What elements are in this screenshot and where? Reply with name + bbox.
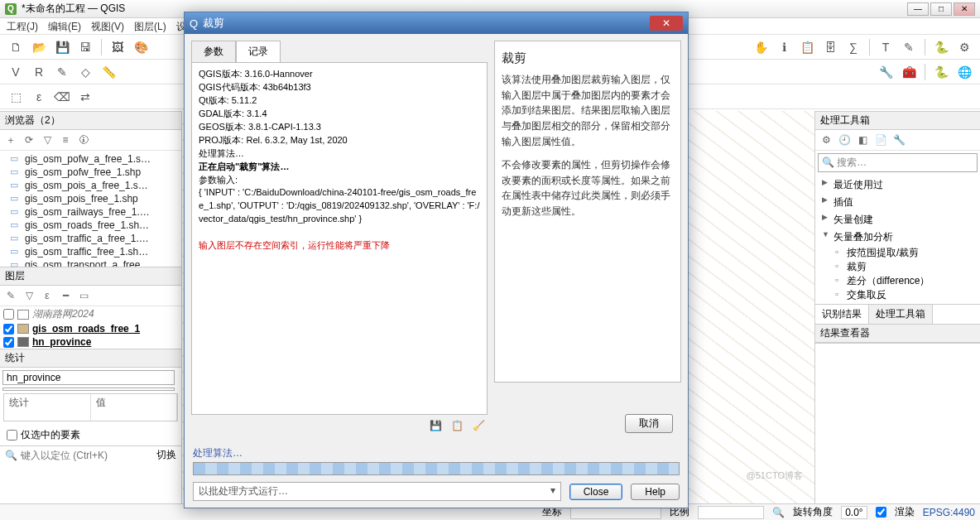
stats-layer-select[interactable]: hn_province — [2, 370, 175, 385]
layers-tree[interactable]: 湖南路网2024 gis_osm_roads_free_1 hn_provinc… — [0, 306, 181, 349]
log-copy-icon[interactable]: 📋 — [449, 418, 464, 433]
menu-edit[interactable]: 编辑(E) — [48, 20, 81, 32]
result-viewer[interactable] — [815, 343, 980, 503]
globe-icon[interactable]: 🌐 — [955, 63, 973, 81]
select-icon[interactable]: ⬚ — [7, 88, 25, 106]
save-icon[interactable]: 💾 — [53, 38, 71, 56]
dialog-titlebar[interactable]: Q 裁剪 ✕ — [185, 12, 688, 34]
browser-tree[interactable]: gis_osm_pofw_a_free_1.s… gis_osm_pofw_fr… — [0, 151, 181, 267]
filter-layer-icon[interactable]: ▽ — [22, 288, 36, 303]
add-vec-icon[interactable]: V — [7, 63, 25, 81]
python-icon[interactable]: 🐍 — [932, 38, 950, 56]
rot-field[interactable]: 0.0° — [841, 506, 867, 519]
dialog-close-icon[interactable]: ✕ — [650, 16, 683, 31]
anno-icon[interactable]: ✎ — [900, 38, 918, 56]
layer-check[interactable] — [3, 337, 14, 348]
layer-label[interactable]: 湖南路网2024 — [32, 307, 94, 321]
proc2-icon[interactable]: 🧰 — [900, 63, 918, 81]
sel-clear-icon[interactable]: ⌫ — [53, 88, 71, 106]
measure-icon[interactable]: 📏 — [99, 63, 118, 81]
python2-icon[interactable]: 🐍 — [932, 63, 950, 81]
toolbox-search[interactable]: 🔍 搜索… — [818, 153, 978, 172]
attrs-icon[interactable]: 📋 — [798, 38, 816, 56]
browser-item[interactable]: gis_osm_railways_free_1.… — [3, 205, 178, 219]
stats-icon[interactable]: ∑ — [844, 38, 862, 56]
props-icon[interactable]: 🛈 — [76, 132, 91, 147]
browser-item[interactable]: gis_osm_pois_a_free_1.s… — [3, 179, 178, 192]
group-icon[interactable]: ▭ — [76, 288, 91, 303]
tb-alg-difference[interactable]: 差分（difference） — [819, 274, 977, 288]
remove-layer-icon[interactable]: ━ — [58, 288, 73, 303]
close-button[interactable]: Close — [569, 484, 623, 500]
tb-vec-overlay[interactable]: 矢量叠加分析 — [819, 229, 977, 246]
model-icon[interactable]: ◧ — [855, 132, 870, 147]
cancel-button[interactable]: 取消 — [625, 414, 673, 433]
layer-label[interactable]: hn_province — [32, 336, 91, 348]
render-check[interactable] — [876, 507, 886, 518]
tb-recent[interactable]: 最近使用过 — [819, 176, 977, 194]
epsg-label[interactable]: EPSG:4490 — [923, 507, 975, 518]
browser-item[interactable]: gis_osm_traffic_free_1.sh… — [3, 245, 178, 258]
add-layer-icon[interactable]: ＋ — [3, 132, 18, 147]
tab-identify[interactable]: 识别结果 — [815, 305, 869, 324]
menu-project[interactable]: 工程(J) — [7, 20, 38, 32]
refresh-icon[interactable]: ⟳ — [22, 132, 36, 147]
gear-icon[interactable]: ⚙ — [819, 132, 833, 147]
menu-layer[interactable]: 图层(L) — [134, 20, 166, 32]
mag-icon[interactable]: 🔍 — [772, 507, 785, 518]
close-button[interactable]: ✕ — [954, 2, 975, 16]
tb-alg-symdiff[interactable]: 交集取反 — [819, 288, 977, 302]
pan-icon[interactable]: ✋ — [752, 38, 770, 56]
open-icon[interactable]: 📂 — [30, 38, 48, 56]
style-icon[interactable]: 🎨 — [132, 38, 150, 56]
browser-item[interactable]: gis_osm_pois_free_1.shp — [3, 192, 178, 205]
layer-check[interactable] — [3, 324, 14, 335]
plugin-icon[interactable]: ⚙ — [955, 38, 973, 56]
proc1-icon[interactable]: 🔧 — [877, 63, 895, 81]
edit-icon[interactable]: ✎ — [53, 63, 71, 81]
layer-check[interactable] — [3, 309, 14, 320]
save-as-icon[interactable]: 🖫 — [76, 38, 94, 56]
help-button[interactable]: Help — [631, 484, 680, 500]
tb-vec-create[interactable]: 矢量创建 — [819, 211, 977, 229]
sel-inv-icon[interactable]: ⇄ — [76, 88, 94, 106]
collapse-icon[interactable]: ≡ — [58, 132, 73, 147]
locator-input[interactable] — [21, 450, 153, 461]
edit-layer-icon[interactable]: ✎ — [3, 288, 18, 303]
tb-alg-extract[interactable]: 按范围提取/裁剪 — [819, 246, 977, 260]
toolbox-tree[interactable]: 最近使用过 插值 矢量创建 矢量叠加分析 按范围提取/裁剪 裁剪 差分（diff… — [815, 175, 980, 304]
log-panel[interactable]: QGIS版本: 3.16.0-Hannover QGIS代码版本: 43b64b… — [191, 62, 488, 415]
wrench-icon[interactable]: 🔧 — [891, 132, 906, 147]
layout-icon[interactable]: 🖼 — [108, 38, 127, 56]
new-project-icon[interactable]: 🗋 — [7, 38, 25, 56]
identify-icon[interactable]: ℹ — [775, 38, 793, 56]
log-clear-icon[interactable]: 🧹 — [471, 418, 486, 433]
db-icon[interactable]: 🗄 — [821, 38, 839, 56]
stats-opt-check[interactable] — [7, 430, 17, 441]
script-icon[interactable]: 📄 — [873, 132, 888, 147]
tab-log[interactable]: 记录 — [236, 41, 281, 62]
stats-opt[interactable]: 仅选中的要素 — [0, 425, 181, 445]
node-icon[interactable]: ◇ — [76, 63, 94, 81]
min-button[interactable]: — — [907, 2, 929, 16]
tab-params[interactable]: 参数 — [191, 41, 236, 62]
tb-interp[interactable]: 插值 — [819, 194, 977, 211]
stats-field-select[interactable] — [2, 388, 175, 391]
expr-layer-icon[interactable]: ε — [40, 288, 55, 303]
batch-combo[interactable]: 以批处理方式运行… — [193, 482, 561, 501]
scale-field[interactable] — [698, 506, 764, 519]
max-button[interactable]: □ — [930, 2, 952, 16]
tab-toolbox[interactable]: 处理工具箱 — [869, 305, 933, 324]
log-save-icon[interactable]: 💾 — [428, 418, 443, 433]
menu-view[interactable]: 视图(V) — [91, 20, 124, 32]
browser-item[interactable]: gis_osm_traffic_a_free_1.… — [3, 232, 178, 245]
layer-label[interactable]: gis_osm_roads_free_1 — [32, 323, 140, 335]
browser-item[interactable]: gis_osm_roads_free_1.sh… — [3, 219, 178, 232]
browser-item[interactable]: gis_osm_pofw_free_1.shp — [3, 166, 178, 179]
clock-icon[interactable]: 🕘 — [837, 132, 852, 147]
browser-item[interactable]: gis_osm_transport_a_free… — [3, 258, 178, 267]
add-rast-icon[interactable]: R — [30, 63, 48, 81]
locator-bar[interactable]: 🔍 切换 — [0, 445, 181, 464]
tb-alg-clip[interactable]: 裁剪 — [819, 260, 977, 274]
sel-expr-icon[interactable]: ε — [30, 88, 48, 106]
